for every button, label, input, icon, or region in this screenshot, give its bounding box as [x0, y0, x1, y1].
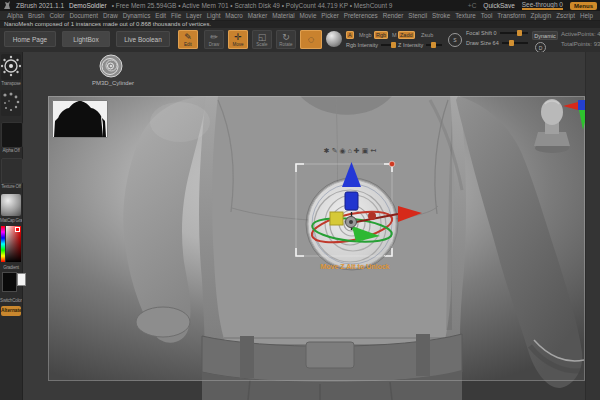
menu-item[interactable]: Help	[580, 12, 593, 19]
draw-size-track[interactable]	[502, 42, 528, 44]
alpha-button[interactable]	[1, 122, 23, 148]
total-points: TotalPoints: 93.868	[561, 41, 600, 47]
zbrush-logo-icon	[3, 1, 11, 10]
menu-item[interactable]: Dynamics	[123, 12, 151, 19]
indicator-icon: +C	[468, 2, 477, 9]
see-through-slider[interactable]: See-through 0	[522, 1, 563, 10]
quicksave-button[interactable]: QuickSave	[483, 2, 514, 9]
pin-icon[interactable]: ◉	[340, 147, 346, 155]
rotate-button[interactable]: ↻ Rotate	[276, 30, 296, 49]
current-brush-button[interactable]	[1, 54, 21, 80]
switch-color-label[interactable]: SwitchColor	[0, 298, 22, 303]
alternate-button[interactable]: Alternate	[1, 306, 21, 316]
draw-size-label: Draw Size 64	[466, 40, 499, 46]
menu-item[interactable]: Marker	[248, 12, 268, 19]
dynamic-button[interactable]: Dynamic	[532, 31, 558, 40]
gizmo-config-icon[interactable]: ✱	[324, 147, 330, 155]
rotate-label: Rotate	[279, 42, 292, 47]
menu-item[interactable]: Material	[272, 12, 294, 19]
menu-item[interactable]: Preferences	[344, 12, 378, 19]
see-through-track[interactable]	[522, 8, 563, 10]
draw-size-handle[interactable]	[509, 40, 514, 46]
gizmo-square-handle[interactable]	[330, 212, 343, 225]
memory-stats: • Free Mem 25.594GB • Active Mem 701 • S…	[112, 2, 393, 9]
focal-shift-slider[interactable]: Focal Shift 0	[466, 30, 528, 36]
sculptris-pro-button[interactable]: ◌	[300, 30, 322, 49]
home-page-button[interactable]: Home Page	[4, 31, 56, 47]
current-tool-thumbnail[interactable]	[96, 53, 126, 79]
material-label: MatCap Gray	[0, 218, 22, 223]
z-intensity-track[interactable]	[426, 44, 442, 46]
menu-item[interactable]: Macro	[225, 12, 243, 19]
hue-strip[interactable]	[1, 226, 5, 262]
home-icon[interactable]: ⌂	[348, 147, 352, 155]
z-intensity-handle[interactable]	[431, 42, 436, 48]
zadd-toggle[interactable]: Zadd	[398, 31, 415, 39]
menu-item[interactable]: Layer	[186, 12, 202, 19]
edit-button[interactable]: ✎ Edit	[178, 30, 198, 49]
sculptris-pro-icon: ◌	[308, 35, 315, 44]
menu-item[interactable]: Render	[383, 12, 404, 19]
menu-item[interactable]: Edit	[155, 12, 166, 19]
menu-item[interactable]: Document	[69, 12, 98, 19]
rgb-intensity-handle[interactable]	[391, 42, 396, 48]
menu-item[interactable]: Transform	[497, 12, 525, 19]
a-toggle[interactable]: A	[346, 31, 354, 39]
dynamic-d-glyph: D	[539, 45, 543, 51]
material-preview-sphere[interactable]	[326, 31, 342, 47]
main-color-swatch[interactable]	[2, 272, 17, 292]
focal-shift-handle[interactable]	[517, 30, 522, 36]
draw-icon: ✏	[210, 33, 218, 42]
stroke-button[interactable]	[1, 90, 21, 116]
focal-shift-track[interactable]	[500, 32, 528, 34]
focal-s-glyph: S	[453, 37, 456, 43]
menu-item[interactable]: Brush	[28, 12, 44, 19]
frame-handle-dot[interactable]	[389, 161, 395, 167]
menu-item[interactable]: Alpha	[7, 12, 23, 19]
menu-item[interactable]: Light	[207, 12, 221, 19]
silhouette-thumbnail	[52, 100, 108, 138]
draw-size-slider[interactable]: Draw Size 64	[466, 40, 528, 46]
top-shelf: Home Page LightBox Live Boolean ✎ Edit ✏…	[0, 28, 600, 53]
zsub-toggle[interactable]: Zsub	[419, 31, 435, 39]
rgb-intensity-slider[interactable]: Rgb Intensity	[346, 42, 394, 48]
scale-button[interactable]: ◱ Scale	[252, 30, 272, 49]
document-scene	[22, 52, 600, 400]
lock-icon[interactable]: ▣	[362, 147, 369, 155]
rgb-toggle[interactable]: Rgb	[374, 31, 388, 39]
secondary-color-swatch[interactable]	[17, 273, 26, 286]
menu-item[interactable]: Draw	[103, 12, 118, 19]
menu-item[interactable]: Picker	[321, 12, 339, 19]
mesh-action-icon[interactable]: ✚	[354, 147, 360, 155]
menu-item[interactable]: Movie	[300, 12, 317, 19]
right-tray-strip[interactable]	[585, 52, 600, 400]
rgb-intensity-track[interactable]	[381, 44, 394, 46]
menu-item[interactable]: Zscript	[556, 12, 575, 19]
texture-button[interactable]	[1, 158, 23, 184]
stroke-dots-icon	[1, 90, 21, 116]
rgb-intensity-label: Rgb Intensity	[346, 42, 378, 48]
draw-button[interactable]: ✏ Draw	[204, 30, 224, 49]
gizmo-box-z[interactable]	[345, 192, 358, 210]
lightbox-button[interactable]: LightBox	[62, 31, 110, 47]
scale-icon: ◱	[258, 33, 267, 42]
menu-item[interactable]: Tool	[481, 12, 493, 19]
z-intensity-slider[interactable]: Z Intensity	[398, 42, 442, 48]
customize-icon[interactable]: ✎	[332, 147, 338, 155]
saturation-square[interactable]	[6, 226, 21, 262]
brush-label: Transpose	[0, 81, 22, 86]
material-button[interactable]	[1, 194, 21, 216]
menu-item[interactable]: Texture	[455, 12, 476, 19]
canvas-area[interactable]: PM3D_Cylinder ✱✎◉⌂✚▣↤ Move Z Alt to Unlo…	[22, 52, 600, 400]
menu-item[interactable]: Color	[49, 12, 64, 19]
mrgb-toggle[interactable]: Mrgb	[357, 31, 374, 39]
menu-item[interactable]: Zplugin	[531, 12, 552, 19]
menu-item[interactable]: File	[171, 12, 181, 19]
menu-item[interactable]: Stencil	[408, 12, 427, 19]
live-boolean-button[interactable]: Live Boolean	[116, 31, 170, 47]
move-button[interactable]: ✛ Move	[228, 30, 248, 49]
menu-item[interactable]: Stroke	[432, 12, 450, 19]
reset-icon[interactable]: ↤	[370, 147, 376, 155]
alpha-label: Alpha Off	[0, 148, 22, 153]
menus-button[interactable]: Menus	[570, 2, 597, 10]
